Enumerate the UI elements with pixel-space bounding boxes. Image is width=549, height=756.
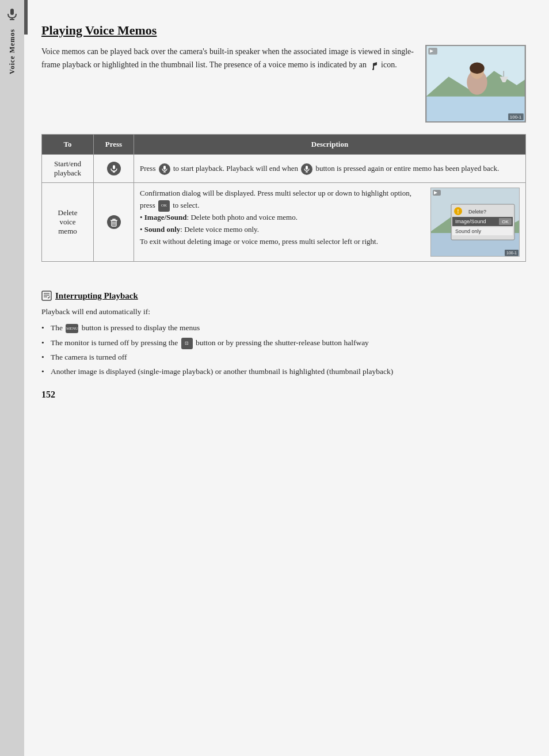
intro-area: Voice memos can be played back over the … <box>41 45 526 123</box>
interrupting-section: Interrupting Playback Playback will end … <box>41 285 526 378</box>
svg-text:100-1: 100-1 <box>506 251 517 255</box>
monitor-button-icon: ⊡ <box>181 338 193 349</box>
interrupting-subtitle: Playback will end automatically if: <box>41 306 526 318</box>
sidebar-section-label: Voice Memos <box>8 29 17 74</box>
table-row: Deletevoicememo <box>42 183 526 262</box>
delete-desc-container: Confirmation dialog will be displayed. P… <box>140 188 520 257</box>
intro-scene-svg: 100-1 <box>426 45 525 122</box>
delete-text-content: Confirmation dialog will be displayed. P… <box>140 188 425 257</box>
note-icon <box>41 291 52 301</box>
page-number: 152 <box>41 390 526 400</box>
top-tab-indicator <box>24 0 28 35</box>
svg-text:Image/Sound: Image/Sound <box>455 219 486 224</box>
row1-press <box>94 155 134 183</box>
mic-button-icon <box>107 162 121 175</box>
table-header-to: To <box>42 135 94 155</box>
table-row: Start/endplayback Press <box>42 155 526 183</box>
table-header-desc: Description <box>134 135 526 155</box>
row1-to: Start/endplayback <box>42 155 94 183</box>
list-item: The monitor is turned off by pressing th… <box>41 337 526 349</box>
list-item: Another image is displayed (single-image… <box>41 365 526 378</box>
svg-text:100-1: 100-1 <box>510 114 521 120</box>
svg-rect-22 <box>306 166 308 170</box>
svg-rect-0 <box>10 9 14 15</box>
main-content: Playing Voice Memos Voice memos can be p… <box>24 0 549 756</box>
row1-mic-icon2 <box>301 163 312 175</box>
sound-only-label: Sound only <box>144 225 181 234</box>
svg-marker-54 <box>48 296 50 299</box>
delete-dialog-screenshot: ! Delete? Image/Sound OK Sound onl <box>430 188 520 257</box>
intro-text-content: Voice memos can be played back over the … <box>41 47 414 69</box>
playback-table: To Press Description Start/endplayback <box>41 134 526 262</box>
row2-to: Deletevoicememo <box>42 183 94 262</box>
ok-button-icon: OK <box>158 200 170 212</box>
svg-text:Delete?: Delete? <box>468 209 486 215</box>
row1-mic-icon <box>159 163 170 175</box>
trash-button-icon <box>107 215 121 229</box>
voice-memo-sidebar-icon <box>4 6 20 22</box>
svg-text:OK: OK <box>502 219 509 224</box>
list-item: The MENU button is pressed to display th… <box>41 322 526 334</box>
music-note-icon <box>370 61 378 70</box>
row2-desc: Confirmation dialog will be displayed. P… <box>134 183 526 262</box>
svg-point-10 <box>470 63 485 74</box>
sidebar: Voice Memos <box>0 0 24 756</box>
menu-button-icon: MENU <box>66 324 78 333</box>
row2-press <box>94 183 134 262</box>
svg-text:Sound only: Sound only <box>455 228 482 234</box>
svg-text:!: ! <box>457 208 459 215</box>
table-header-press: Press <box>94 135 134 155</box>
interrupting-title: Interrupting Playback <box>41 291 526 301</box>
list-item: The camera is turned off <box>41 351 526 364</box>
svg-rect-16 <box>113 165 115 169</box>
svg-rect-50 <box>42 291 51 300</box>
section-header: Playing Voice Memos <box>41 23 526 38</box>
intro-icon-note: icon. <box>381 60 397 69</box>
intro-paragraph: Voice memos can be played back over the … <box>41 45 414 123</box>
row1-desc: Press to start playback. Playback will e… <box>134 155 526 183</box>
interrupting-title-text: Interrupting Playback <box>55 291 138 301</box>
interrupting-body: Playback will end automatically if: The … <box>41 306 526 378</box>
intro-image: 100-1 <box>425 45 526 123</box>
interrupting-bullets: The MENU button is pressed to display th… <box>41 322 526 378</box>
page-title: Playing Voice Memos <box>41 23 157 38</box>
svg-rect-19 <box>163 166 166 170</box>
image-sound-label: Image/Sound <box>144 213 187 222</box>
